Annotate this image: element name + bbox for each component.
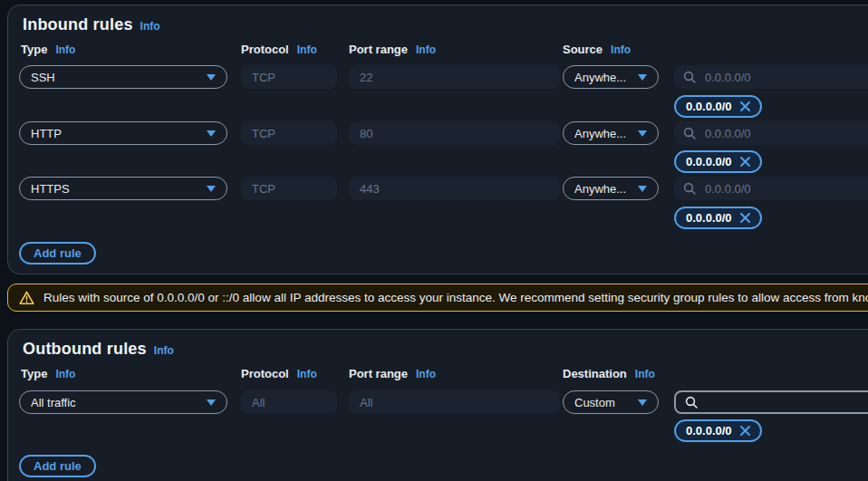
column-header-type: Type Info [21, 367, 75, 380]
section-title: Inbound rules [23, 15, 133, 34]
destination-select[interactable]: Custom [563, 390, 659, 414]
column-header-protocol: Protocol Info [241, 367, 317, 380]
chevron-down-icon [638, 74, 647, 81]
cidr-input[interactable] [703, 181, 868, 197]
port-range-field [349, 65, 560, 89]
type-select[interactable]: HTTP [19, 121, 227, 145]
source-cidr-search[interactable] [674, 121, 868, 145]
warning-message: Rules with source of 0.0.0.0/0 or ::/0 a… [43, 291, 868, 304]
outbound-rules-section: Outbound rules Info Type Info Protocol I… [7, 329, 868, 481]
close-icon [740, 426, 750, 436]
port-range-field [349, 177, 560, 200]
info-link[interactable]: Info [55, 368, 75, 380]
search-icon [683, 71, 696, 83]
info-link[interactable]: Info [635, 368, 655, 380]
cidr-input[interactable] [703, 70, 868, 85]
column-header-destination: Destination Info [563, 367, 655, 380]
inbound-rules-header: Inbound rules Info [23, 15, 160, 34]
column-header-source: Source Info [563, 43, 631, 56]
add-rule-button[interactable]: Add rule [19, 242, 96, 265]
info-link[interactable]: Info [154, 344, 174, 357]
chevron-down-icon [638, 399, 647, 406]
chevron-down-icon [207, 186, 216, 192]
source-cidr-search[interactable] [674, 65, 868, 89]
port-range-field [349, 121, 560, 145]
cidr-input[interactable] [703, 126, 868, 141]
warning-banner: Rules with source of 0.0.0.0/0 or ::/0 a… [7, 284, 868, 312]
protocol-field [241, 121, 337, 145]
info-link[interactable]: Info [297, 43, 317, 56]
close-icon [740, 101, 750, 111]
source-cidr-search[interactable] [674, 177, 868, 200]
cidr-chip: 0.0.0.0/0 [674, 150, 762, 173]
info-link[interactable]: Info [416, 43, 436, 56]
column-header-port-range: Port range Info [349, 367, 436, 380]
remove-cidr-button[interactable] [740, 101, 750, 111]
info-link[interactable]: Info [140, 20, 160, 33]
info-link[interactable]: Info [297, 368, 317, 380]
source-select[interactable]: Anywhe... [563, 177, 659, 200]
column-header-protocol: Protocol Info [241, 43, 317, 56]
search-icon [683, 182, 696, 195]
chevron-down-icon [638, 130, 647, 137]
outbound-rules-header: Outbound rules Info [23, 340, 174, 359]
protocol-field [241, 177, 337, 200]
chevron-down-icon [207, 74, 216, 81]
cidr-input[interactable] [705, 395, 868, 410]
search-icon [685, 396, 698, 409]
chevron-down-icon [207, 399, 216, 406]
inbound-rules-section: Inbound rules Info Type Info Protocol In… [7, 5, 868, 274]
cidr-chip: 0.0.0.0/0 [674, 207, 762, 229]
add-rule-button[interactable]: Add rule [19, 455, 96, 477]
remove-cidr-button[interactable] [740, 426, 750, 436]
cidr-chip: 0.0.0.0/0 [674, 419, 762, 442]
remove-cidr-button[interactable] [740, 213, 750, 223]
type-select[interactable]: HTTPS [19, 177, 227, 200]
chevron-down-icon [207, 130, 216, 137]
section-title: Outbound rules [23, 340, 147, 359]
info-link[interactable]: Info [416, 368, 436, 380]
close-icon [740, 157, 750, 167]
port-range-field [349, 390, 560, 414]
protocol-field [241, 390, 337, 414]
source-select[interactable]: Anywhe... [563, 121, 659, 145]
column-header-port-range: Port range Info [349, 43, 436, 56]
search-icon [683, 127, 696, 139]
info-link[interactable]: Info [611, 43, 631, 56]
remove-cidr-button[interactable] [740, 157, 750, 167]
chevron-down-icon [638, 186, 647, 192]
type-select[interactable]: All traffic [19, 390, 227, 414]
protocol-field [241, 65, 337, 89]
info-link[interactable]: Info [55, 43, 75, 56]
security-group-rules-page: { "colors": { "accent_blue": "#539fe5", … [0, 0, 868, 481]
destination-cidr-search[interactable] [674, 390, 868, 414]
warning-icon [19, 291, 34, 305]
source-select[interactable]: Anywhe... [563, 65, 659, 89]
cidr-chip: 0.0.0.0/0 [674, 95, 762, 118]
column-header-type: Type Info [21, 43, 75, 56]
close-icon [740, 213, 750, 223]
type-select[interactable]: SSH [19, 65, 227, 89]
